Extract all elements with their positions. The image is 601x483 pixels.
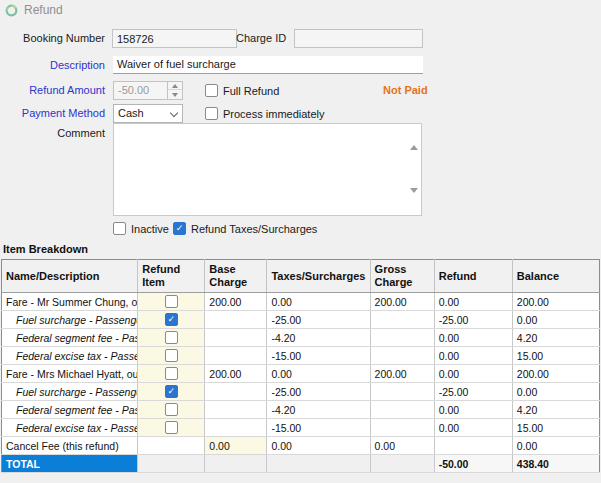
row-name-cell: Cancel Fee (this refund) — [2, 437, 138, 455]
page-title: Refund — [24, 3, 63, 17]
table-row: Federal excise tax - Passengers-15.000.0… — [2, 347, 600, 365]
total-refund-cell: -50.00 — [434, 455, 512, 473]
refund-item-checkbox[interactable]: ✓ — [165, 313, 178, 326]
cell-base — [205, 419, 267, 437]
table-row: Fuel surcharge - Passengers✓-25.00-25.00… — [2, 311, 600, 329]
cell-base[interactable]: 0.00 — [205, 437, 267, 455]
table-row: Federal segment fee - Passengers-4.200.0… — [2, 329, 600, 347]
refund-item-cell: ✓ — [138, 383, 205, 401]
cell-base — [205, 329, 267, 347]
cell-gross — [370, 329, 434, 347]
cell-taxes: -25.00 — [267, 383, 370, 401]
cell-refund — [434, 437, 512, 455]
cell-balance: 4.20 — [512, 329, 599, 347]
spin-down-button[interactable] — [168, 91, 182, 99]
cell-gross: 200.00 — [370, 293, 434, 311]
row-name-cell: Federal excise tax - Passengers — [2, 419, 138, 437]
total-label-cell: TOTAL — [2, 455, 138, 473]
table-row: Cancel Fee (this refund)0.000.000.000.00 — [2, 437, 600, 455]
cell-refund: -25.00 — [434, 311, 512, 329]
cell-taxes: 0.00 — [267, 293, 370, 311]
col-base-charge: Base Charge — [205, 260, 267, 293]
refund-item-checkbox[interactable] — [165, 331, 178, 344]
refund-taxes-checkbox[interactable]: ✓ Refund Taxes/Surcharges — [173, 222, 317, 235]
refund-amount-input[interactable]: -50.00 — [113, 81, 183, 100]
charge-id-input[interactable] — [294, 29, 423, 48]
table-row: Fare - Mrs Michael Hyatt, outgoing200.00… — [2, 365, 600, 383]
cell-gross: 0.00 — [370, 437, 434, 455]
cell-balance: 15.00 — [512, 347, 599, 365]
cell-base — [205, 347, 267, 365]
row-name-cell: Fuel surcharge - Passengers — [2, 311, 138, 329]
cell-balance: 4.20 — [512, 401, 599, 419]
total-base-cell — [205, 455, 267, 473]
inactive-checkbox[interactable]: Inactive — [113, 222, 169, 235]
cell-refund: 0.00 — [434, 329, 512, 347]
cell-gross — [370, 401, 434, 419]
refund-item-cell — [138, 365, 205, 383]
refund-item-checkbox[interactable] — [165, 403, 178, 416]
cell-refund: 0.00 — [434, 293, 512, 311]
cell-gross — [370, 347, 434, 365]
row-name-cell: Federal excise tax - Passengers — [2, 347, 138, 365]
process-immediately-checkbox[interactable]: Process immediately — [205, 107, 324, 120]
row-name-cell: Fare - Mrs Michael Hyatt, outgoing — [2, 365, 138, 383]
booking-number-label: Booking Number — [0, 32, 105, 44]
comment-label: Comment — [0, 127, 105, 139]
cell-taxes: -25.00 — [267, 311, 370, 329]
refund-item-checkbox[interactable] — [165, 295, 178, 308]
chevron-down-icon — [170, 109, 178, 117]
table-row: Federal excise tax - Passengers-15.000.0… — [2, 419, 600, 437]
cell-refund: 0.00 — [434, 401, 512, 419]
refund-item-checkbox[interactable] — [165, 367, 178, 380]
refund-item-checkbox[interactable] — [165, 349, 178, 362]
comment-textarea[interactable] — [113, 123, 422, 216]
cell-taxes: -4.20 — [267, 329, 370, 347]
booking-number-input[interactable]: 158726 — [112, 29, 237, 48]
cell-base — [205, 383, 267, 401]
refund-item-cell — [138, 437, 205, 455]
description-input[interactable]: Waiver of fuel surcharge — [113, 56, 423, 74]
refund-taxes-checkbox-box[interactable]: ✓ — [173, 222, 186, 235]
cell-taxes: -15.00 — [267, 347, 370, 365]
col-balance: Balance — [512, 260, 599, 293]
description-label: Description — [0, 59, 105, 71]
payment-method-select[interactable]: Cash — [113, 104, 183, 123]
refund-taxes-label: Refund Taxes/Surcharges — [191, 223, 317, 235]
cell-balance: 200.00 — [512, 293, 599, 311]
cell-gross — [370, 311, 434, 329]
refund-amount-label: Refund Amount — [0, 84, 105, 96]
scroll-up-icon[interactable] — [410, 128, 418, 146]
process-immediately-checkbox-box[interactable] — [205, 107, 218, 120]
refund-window: Refund Booking Number 158726 Charge ID D… — [0, 0, 601, 483]
cell-taxes: -4.20 — [267, 401, 370, 419]
item-breakdown-table: Name/Description Refund Item Base Charge… — [1, 259, 600, 473]
refund-item-cell — [138, 329, 205, 347]
full-refund-checkbox-box[interactable] — [205, 84, 218, 97]
cell-refund: 0.00 — [434, 365, 512, 383]
inactive-label: Inactive — [131, 223, 169, 235]
table-row: Federal segment fee - Passengers-4.200.0… — [2, 401, 600, 419]
window-title: Refund — [5, 3, 63, 17]
refund-item-checkbox[interactable] — [165, 421, 178, 434]
refund-item-checkbox[interactable]: ✓ — [165, 385, 178, 398]
total-row: TOTAL-50.00438.40 — [2, 455, 600, 473]
total-balance-cell: 438.40 — [512, 455, 599, 473]
refund-circle-icon — [5, 4, 18, 17]
cell-refund: 0.00 — [434, 347, 512, 365]
inactive-checkbox-box[interactable] — [113, 222, 126, 235]
row-name-cell: Fuel surcharge - Passengers — [2, 383, 138, 401]
process-immediately-label: Process immediately — [223, 108, 324, 120]
status-badge: Not Paid — [383, 84, 428, 96]
refund-item-cell — [138, 293, 205, 311]
row-name-cell: Federal segment fee - Passengers — [2, 329, 138, 347]
full-refund-checkbox[interactable]: Full Refund — [205, 84, 279, 97]
scroll-down-icon[interactable] — [410, 193, 418, 211]
cell-gross — [370, 383, 434, 401]
spinner — [167, 82, 182, 99]
col-taxes-surcharges: Taxes/Surcharges — [267, 260, 370, 293]
spin-up-button[interactable] — [168, 82, 182, 90]
payment-method-label: Payment Method — [0, 107, 105, 119]
cell-base — [205, 401, 267, 419]
table-row: Fuel surcharge - Passengers✓-25.00-25.00… — [2, 383, 600, 401]
